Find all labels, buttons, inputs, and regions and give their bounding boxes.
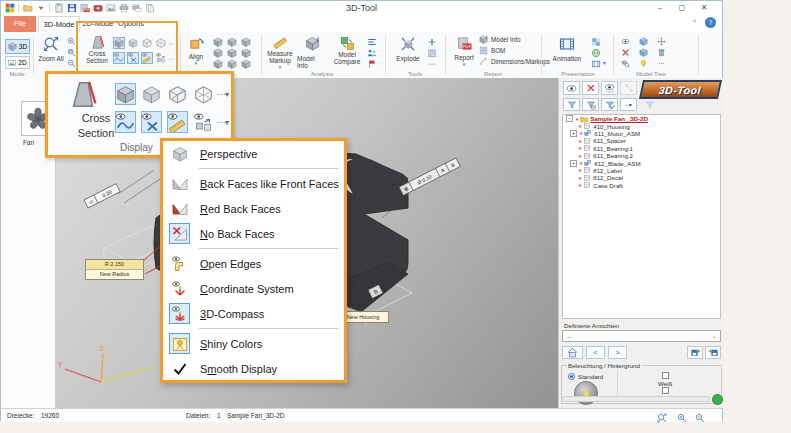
help-button[interactable]: ? — [705, 17, 716, 28]
callout-points-visibility-button[interactable] — [141, 111, 162, 133]
menu-item-3d-compass[interactable]: 3D-Compass — [163, 301, 344, 326]
orientation-preset-4[interactable] — [213, 48, 223, 58]
tab-3d-mode[interactable]: 3D-Mode — [38, 16, 80, 32]
callout-cube-solid-button[interactable] — [115, 83, 136, 105]
restore-view-button[interactable] — [705, 346, 721, 359]
menu-item-coordinate-system[interactable]: Coordinate System — [163, 276, 344, 301]
presentation-more[interactable]: ▾ — [603, 59, 606, 66]
hide-button[interactable] — [582, 81, 599, 95]
orientation-preset-1[interactable] — [213, 37, 223, 47]
move-icon[interactable] — [657, 37, 666, 46]
tree-item-case-draft[interactable]: ∗Case Draft — [563, 182, 720, 189]
callout-more1[interactable]: ⋯▾ — [217, 90, 229, 99]
film-small-icon[interactable] — [591, 59, 601, 69]
people-icon[interactable] — [367, 48, 377, 58]
model-info-button[interactable]: i Model Info — [297, 36, 327, 69]
expand-tree-button[interactable] — [620, 81, 637, 95]
scene-icon[interactable] — [591, 48, 601, 58]
cube-solid-button[interactable] — [113, 37, 125, 49]
cube-flat-button[interactable] — [127, 37, 139, 49]
menu-item-red-back-faces[interactable]: Red Back Faces — [163, 196, 344, 221]
tree-expander[interactable]: − — [566, 115, 573, 122]
cube-wireframe-button[interactable] — [155, 37, 167, 49]
callout-cube-hidden-line-button[interactable] — [167, 83, 188, 105]
defined-views-dropdown[interactable]: ... ⌄ — [562, 330, 721, 342]
radius-note[interactable]: R 2.150 New Radius — [85, 259, 144, 280]
previous-view-button[interactable]: < — [586, 346, 605, 359]
tab-file[interactable]: File — [4, 16, 36, 32]
dimensions-visibility-button[interactable] — [141, 52, 153, 64]
default-view-button[interactable] — [562, 346, 583, 359]
callout-more2[interactable]: ⋯▾ — [217, 118, 229, 127]
grid-blue-icon[interactable] — [591, 37, 601, 47]
more-icon[interactable] — [427, 59, 437, 69]
tree-expander[interactable]: + — [570, 130, 577, 137]
image-icon[interactable] — [105, 2, 116, 13]
pdf-report-icon[interactable]: PDF — [79, 2, 90, 13]
bars-icon[interactable] — [367, 37, 377, 47]
dropdown-icon[interactable] — [35, 2, 46, 13]
display-more1[interactable]: ⋯ — [168, 40, 174, 47]
report-item-model-info[interactable]: iModel Info — [479, 35, 520, 44]
printer-icon[interactable] — [118, 2, 129, 13]
orientation-preset-8[interactable] — [227, 59, 237, 69]
zoom-window-icon[interactable] — [67, 48, 76, 57]
clipboard-icon[interactable] — [53, 2, 64, 13]
compare-visibility-button[interactable] — [155, 52, 167, 64]
filter-part-button[interactable] — [582, 98, 599, 111]
close-button[interactable]: ✕ — [693, 2, 715, 14]
eye-icon[interactable] — [621, 37, 630, 46]
building-icon[interactable] — [427, 48, 437, 58]
mode-3d-button[interactable]: 3D — [5, 39, 30, 54]
part-blue-icon[interactable] — [639, 37, 648, 46]
callout-curves-visibility-button[interactable] — [115, 111, 136, 133]
save-icon[interactable] — [66, 2, 77, 13]
callout-compare-visibility-button[interactable] — [193, 111, 214, 133]
orientation-preset-2[interactable] — [227, 37, 237, 47]
points-visibility-button[interactable] — [127, 52, 139, 64]
explode-button[interactable]: Explode — [393, 36, 423, 62]
search-cube-icon[interactable] — [621, 59, 630, 68]
orientation-preset-6[interactable] — [241, 48, 251, 58]
orientation-preset-5[interactable] — [227, 48, 237, 58]
ghost-button[interactable] — [601, 81, 618, 95]
save-view-button[interactable] — [687, 346, 703, 359]
zoom-in-icon[interactable] — [67, 37, 76, 46]
part-blue-icon[interactable] — [639, 48, 648, 57]
cross-section-button[interactable]: Cross Section — [83, 35, 111, 64]
report-item-bom[interactable]: BOM — [479, 46, 505, 55]
normal-checkbox[interactable] — [662, 387, 669, 394]
filter-check-button[interactable] — [601, 98, 618, 111]
maximize-button[interactable]: ◻ — [671, 2, 693, 14]
trash-icon[interactable] — [657, 48, 666, 57]
orientation-preset-9[interactable] — [241, 59, 251, 69]
tree-expander[interactable]: + — [570, 160, 577, 167]
menu-item-shiny-colors[interactable]: Shiny Colors — [163, 331, 344, 356]
measure-markup-button[interactable]: Measure Markup ▾ — [265, 36, 295, 70]
curves-visibility-button[interactable] — [113, 52, 125, 64]
menu-item-no-back-faces[interactable]: No Back Faces — [163, 221, 344, 246]
folder-open-icon[interactable] — [22, 2, 33, 13]
next-view-button[interactable]: > — [608, 346, 627, 359]
menu-item-perspective[interactable]: Perspective — [163, 141, 344, 166]
copy-icon[interactable] — [144, 2, 155, 13]
explode-mini-icon[interactable] — [427, 37, 437, 47]
menu-item-smooth-display[interactable]: Smooth Display — [163, 356, 344, 381]
minimize-button[interactable]: – — [649, 2, 671, 14]
zoom-all-button[interactable]: Zoom All — [35, 36, 67, 62]
app-icon[interactable] — [4, 2, 15, 13]
report-item-dimensions-markups[interactable]: Dimensions/Markups — [479, 57, 550, 66]
tab-options[interactable]: Options — [116, 16, 146, 32]
orientation-preset-3[interactable] — [241, 37, 251, 47]
callout-dimensions-visibility-button[interactable] — [167, 111, 188, 133]
bulb-icon[interactable] — [639, 59, 648, 68]
zoom-out-icon[interactable] — [67, 59, 76, 68]
callout-cube-flat-button[interactable] — [141, 83, 162, 105]
red-x-icon[interactable] — [621, 48, 630, 57]
callout-cube-wireframe-button[interactable] — [193, 83, 214, 105]
show-all-button[interactable] — [563, 81, 580, 95]
animation-button[interactable]: Animation — [551, 36, 583, 62]
standard-radio[interactable] — [568, 373, 575, 380]
display-more2[interactable]: ⋯ — [168, 55, 174, 62]
more-icon[interactable] — [657, 59, 666, 68]
